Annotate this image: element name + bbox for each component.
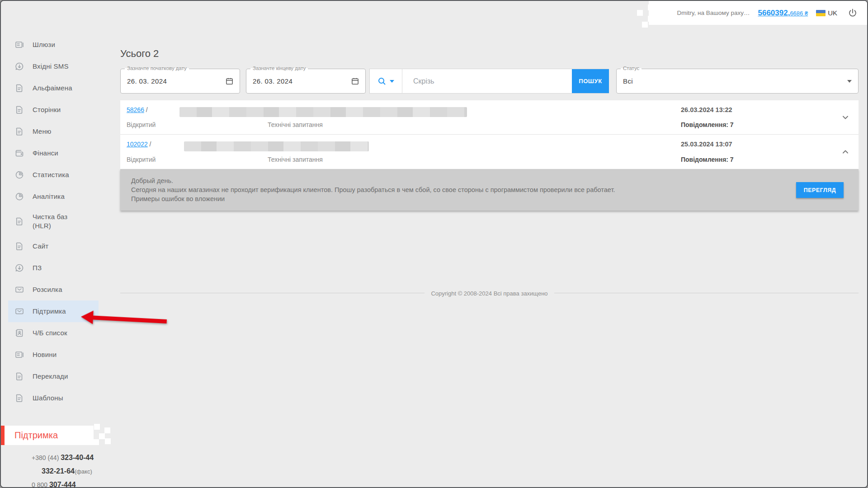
search-button[interactable]: ПОШУК: [572, 69, 609, 93]
sidebar-item-alphanames[interactable]: Альфаімена: [8, 77, 99, 99]
sidebar-item-gateways[interactable]: Шлюзи: [8, 34, 99, 56]
ticket-row: 58266 / Відкритий Технічні запитання 26.…: [120, 100, 859, 135]
date-to-value: 26. 03. 2024: [253, 77, 292, 85]
message-line: Добрый день.: [131, 176, 786, 185]
sidebar-item-blacklist[interactable]: Ч/Б список: [8, 322, 99, 344]
ticket-id: 102022 /: [127, 141, 151, 148]
status-value: Всі: [623, 77, 633, 85]
wallet-icon: [14, 148, 24, 158]
contacts-icon: [14, 328, 24, 338]
redacted-subject: [179, 107, 467, 117]
sidebar-item-label: Ч/Б список: [33, 328, 67, 338]
sidebar-item-incoming-sms[interactable]: Вхідні SMS: [8, 56, 99, 77]
sidebar-item-label: Альфаімена: [33, 84, 72, 93]
sidebar-item-mailing[interactable]: Розсилка: [8, 279, 99, 300]
message-line: Примеры ошибок во вложении: [131, 194, 786, 203]
sidebar-item-label: ПЗ: [33, 263, 42, 272]
sidebar-item-label: Фінанси: [33, 149, 58, 158]
sidebar-item-label: Новини: [33, 350, 57, 359]
document-icon: [14, 127, 24, 136]
arrow-bar: [92, 315, 167, 324]
sidebar-item-finance[interactable]: Фінанси: [8, 142, 99, 164]
date-from-value: 26. 03. 2024: [127, 77, 167, 85]
document-icon: [14, 241, 24, 251]
pixel-decoration: [93, 439, 99, 445]
document-icon: [14, 393, 24, 403]
support-contact-title: Підтримка: [14, 430, 58, 441]
inbox-download-icon: [14, 61, 24, 71]
logout-power-icon[interactable]: [847, 8, 858, 19]
support-phone-2: 332-21-64(факс): [42, 467, 92, 475]
envelope-icon: [14, 306, 24, 316]
copyright-text: Copyright © 2008-2024 Всі права захищено: [425, 290, 554, 297]
footer: Copyright © 2008-2024 Всі права захищено: [120, 289, 859, 296]
sidebar-item-translations[interactable]: Переклади: [8, 366, 99, 387]
pixel-decoration: [94, 424, 100, 430]
language-code: UK: [828, 9, 837, 17]
support-phone-3: 0 800 307-444: [32, 481, 76, 488]
message-line: Сегодня на наших магазинах не проходит в…: [131, 185, 786, 194]
date-from-label: Зазначте початкову дату: [125, 66, 189, 71]
search-group: ПОШУК: [369, 69, 609, 94]
sidebar-item-templates[interactable]: Шаблоны: [8, 387, 99, 409]
expand-chevron-down-icon[interactable]: [841, 113, 849, 122]
sidebar-item-label: Розсилка: [33, 285, 62, 294]
ticket-row: 102022 / Відкритий Технічні запитання 25…: [120, 135, 859, 169]
language-selector[interactable]: UK: [816, 9, 837, 17]
main-content: Dmitry, на Вашому раху… 5660392,6686 ₴ U…: [116, 1, 867, 487]
collapse-chevron-up-icon[interactable]: [841, 148, 849, 156]
filter-row: Зазначте початкову дату 26. 03. 2024 Заз…: [120, 69, 859, 94]
ticket-message-preview: Добрый день. Сегодня на наших магазинах …: [120, 169, 859, 211]
search-input[interactable]: [402, 69, 572, 93]
support-contact-box: Підтримка: [1, 426, 94, 445]
sidebar-item-label: Підтримка: [33, 307, 66, 316]
pie-chart-icon: [14, 170, 24, 180]
sidebar-item-label: Статистика: [33, 170, 69, 179]
sidebar-item-site[interactable]: Сайт: [8, 235, 99, 257]
ticket-datetime: 25.03.2024 13:07: [681, 141, 732, 148]
newspaper-icon: [14, 40, 24, 50]
ticket-category: Технічні запитання: [268, 121, 323, 128]
inbox-download-icon: [14, 263, 24, 273]
chevron-down-icon: [847, 80, 852, 83]
sidebar-item-pages[interactable]: Сторінки: [8, 99, 99, 121]
sidebar-item-software[interactable]: ПЗ: [8, 257, 99, 279]
arrow-head: [80, 310, 94, 324]
ticket-list: 58266 / Відкритий Технічні запитання 26.…: [120, 100, 859, 211]
calendar-icon[interactable]: [351, 77, 359, 87]
calendar-icon[interactable]: [225, 77, 234, 87]
sidebar-item-label: Меню: [33, 127, 51, 136]
view-button[interactable]: ПЕРЕГЛЯД: [796, 182, 844, 198]
page-title: Усього 2: [120, 48, 859, 60]
sidebar-item-label: Сторінки: [33, 105, 61, 114]
sidebar-item-statistics[interactable]: Статистика: [8, 164, 99, 186]
ticket-messages-count: Повідомлення: 7: [681, 121, 734, 128]
sidebar-item-analytics[interactable]: Аналітика: [8, 186, 99, 207]
search-icon: [377, 77, 387, 86]
document-icon: [14, 371, 24, 381]
search-type-dropdown[interactable]: [370, 69, 402, 93]
sidebar-item-news[interactable]: Новини: [8, 344, 99, 366]
pie-chart-icon: [14, 192, 24, 202]
date-to-field[interactable]: Зазначте кінцеву дату 26. 03. 2024: [246, 69, 366, 94]
ticket-id-link[interactable]: 102022: [127, 141, 148, 148]
sidebar-item-menu[interactable]: Меню: [8, 121, 99, 142]
sidebar-item-hlr-cleaning[interactable]: Чистка баз (HLR): [8, 207, 99, 235]
balance-link[interactable]: 5660392,6686 ₴: [758, 9, 808, 18]
sidebar-item-label: Сайт: [33, 242, 48, 251]
ticket-messages-count: Повідомлення: 7: [681, 156, 734, 163]
document-icon: [14, 105, 24, 115]
sidebar-item-label: Вхідні SMS: [33, 62, 69, 71]
status-dropdown[interactable]: Статус Всі: [616, 69, 859, 94]
chevron-down-icon: [390, 80, 394, 83]
date-to-label: Зазначте кінцеву дату: [250, 66, 308, 71]
ticket-status: Відкритий: [127, 156, 156, 163]
pixel-decoration: [104, 427, 110, 433]
sidebar-item-label: Шаблоны: [33, 394, 63, 403]
sidebar: Шлюзи Вхідні SMS Альфаімена Сторінки Мен: [1, 1, 116, 487]
date-from-field[interactable]: Зазначте початкову дату 26. 03. 2024: [120, 69, 240, 94]
ticket-id-link[interactable]: 58266: [127, 106, 144, 113]
header-bar: Dmitry, на Вашому раху… 5660392,6686 ₴ U…: [649, 1, 867, 25]
user-balance-text: Dmitry, на Вашому раху…: [677, 9, 750, 16]
support-phone-1: +380 (44) 323-40-44: [32, 454, 94, 462]
